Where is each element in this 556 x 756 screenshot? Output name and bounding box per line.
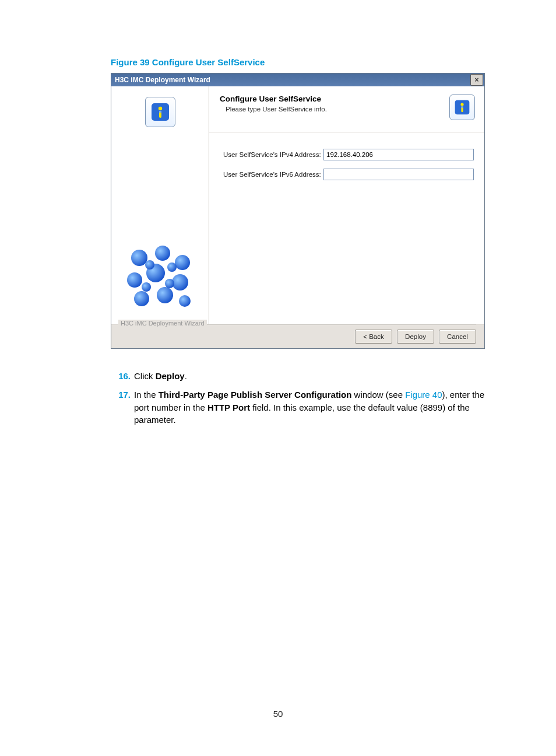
window-title: H3C iMC Deployment Wizard (115, 76, 210, 84)
svg-point-18 (460, 103, 463, 106)
page-title: Configure User SelfService (220, 94, 327, 103)
instruction-list: 16. Click Deploy. 17. In the Third-Party… (111, 370, 489, 426)
figure-xref[interactable]: Figure 40 (405, 390, 442, 400)
page-subtitle: Please type User SelfService info. (220, 106, 327, 113)
figure-caption: Figure 39 Configure User SelfService (111, 57, 489, 67)
text: Click (134, 371, 156, 381)
back-button[interactable]: < Back (355, 330, 392, 344)
wizard-sidebar (111, 86, 209, 324)
svg-point-7 (127, 272, 142, 288)
svg-point-13 (145, 260, 154, 270)
step-body: Click Deploy. (134, 370, 489, 383)
bold-text: HTTP Port (207, 402, 250, 412)
wizard-main: Configure User SelfService Please type U… (209, 86, 484, 324)
form-area: User SelfService's IPv4 Address: User Se… (209, 132, 484, 324)
step-number: 16. (111, 370, 134, 383)
bold-text: Deploy (156, 371, 185, 381)
svg-point-12 (179, 295, 191, 307)
button-bar: H3C iMC Deployment Wizard < Back Deploy … (111, 324, 484, 348)
list-item: 16. Click Deploy. (111, 370, 489, 383)
wizard-header: Configure User SelfService Please type U… (209, 86, 484, 132)
page-number: 50 (0, 709, 556, 719)
ipv6-label: User SelfService's IPv6 Address: (223, 171, 323, 178)
svg-point-11 (157, 287, 173, 303)
svg-rect-20 (461, 106, 463, 107)
dialog-content: Configure User SelfService Please type U… (111, 86, 484, 324)
deploy-button[interactable]: Deploy (397, 330, 434, 344)
svg-point-15 (142, 282, 151, 292)
svg-point-4 (131, 250, 147, 266)
wizard-logo-icon (145, 97, 175, 127)
bold-text: Third-Party Page Publish Server Configur… (159, 390, 352, 400)
svg-point-9 (172, 274, 188, 290)
list-item: 17. In the Third-Party Page Publish Serv… (111, 388, 489, 426)
close-button[interactable]: × (470, 74, 483, 86)
svg-point-14 (167, 262, 177, 272)
close-icon: × (474, 76, 478, 84)
svg-point-5 (155, 246, 170, 261)
text: window (see (351, 390, 405, 400)
wizard-logo-icon (449, 94, 475, 120)
cancel-button[interactable]: Cancel (439, 330, 476, 344)
form-row-ipv6: User SelfService's IPv6 Address: (223, 169, 474, 180)
ipv4-label: User SelfService's IPv4 Address: (223, 151, 323, 158)
text: In the (134, 390, 159, 400)
svg-point-1 (158, 107, 161, 110)
footer-wizard-label: H3C iMC Deployment Wizard (118, 320, 207, 327)
wizard-dialog: H3C iMC Deployment Wizard × (111, 73, 485, 349)
text: . (185, 371, 187, 381)
ipv4-input[interactable] (323, 149, 474, 160)
svg-point-16 (165, 279, 174, 288)
molecule-icon (122, 237, 199, 314)
ipv6-input[interactable] (323, 169, 474, 180)
step-number: 17. (111, 388, 134, 426)
svg-rect-3 (159, 111, 161, 113)
svg-point-6 (175, 255, 190, 270)
step-body: In the Third-Party Page Publish Server C… (134, 388, 489, 426)
svg-point-10 (134, 291, 149, 306)
form-row-ipv4: User SelfService's IPv4 Address: (223, 149, 474, 160)
titlebar: H3C iMC Deployment Wizard × (111, 74, 484, 86)
